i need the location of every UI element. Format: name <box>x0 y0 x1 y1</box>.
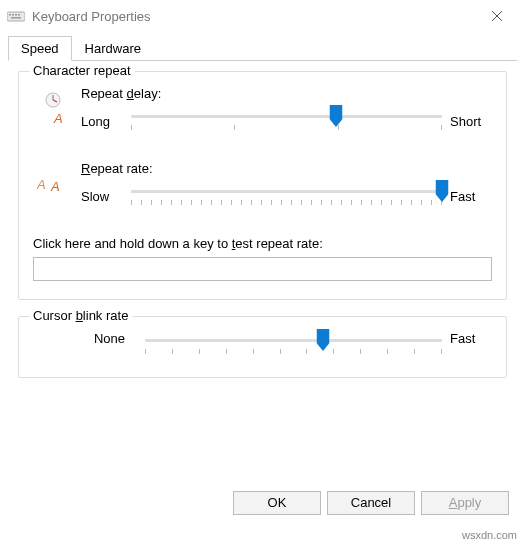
repeat-rate-max-label: Fast <box>444 189 492 204</box>
tab-panel-speed: Character repeat A Repeat delay: <box>8 61 517 378</box>
test-repeat-label: Click here and hold down a key to test r… <box>33 236 492 251</box>
dialog-buttons: OK Cancel Apply <box>0 491 525 515</box>
repeat-delay-min-label: Long <box>81 114 129 129</box>
test-repeat-row: Click here and hold down a key to test r… <box>33 236 492 281</box>
repeat-rate-min-label: Slow <box>81 189 129 204</box>
svg-text:A: A <box>37 177 46 192</box>
character-repeat-legend: Character repeat <box>29 63 135 78</box>
cursor-blink-thumb[interactable] <box>317 329 330 351</box>
repeat-delay-icon: A <box>33 86 81 126</box>
repeat-delay-thumb[interactable] <box>330 105 343 127</box>
cursor-blink-group: Cursor blink rate None Fast <box>18 316 507 378</box>
svg-rect-3 <box>15 14 17 16</box>
ok-button[interactable]: OK <box>233 491 321 515</box>
test-repeat-input[interactable] <box>33 257 492 281</box>
repeat-delay-row: A Repeat delay: Long <box>33 86 492 135</box>
repeat-rate-thumb[interactable] <box>436 180 449 202</box>
tab-speed[interactable]: Speed <box>8 36 72 61</box>
watermark: wsxdn.com <box>462 529 517 541</box>
cursor-blink-max-label: Fast <box>444 331 492 346</box>
cursor-blink-legend: Cursor blink rate <box>29 308 132 323</box>
repeat-rate-row: A A Repeat rate: Slow <box>33 161 492 210</box>
title-bar: Keyboard Properties <box>0 0 525 32</box>
apply-button[interactable]: Apply <box>421 491 509 515</box>
svg-rect-4 <box>18 14 20 16</box>
window-title: Keyboard Properties <box>32 9 475 24</box>
svg-rect-0 <box>7 12 25 21</box>
repeat-rate-icon: A A <box>33 161 81 195</box>
close-button[interactable] <box>475 2 519 30</box>
cursor-blink-slider[interactable] <box>145 331 442 359</box>
repeat-rate-label: Repeat rate: <box>81 161 492 176</box>
svg-rect-2 <box>12 14 14 16</box>
repeat-delay-max-label: Short <box>444 114 492 129</box>
cancel-button[interactable]: Cancel <box>327 491 415 515</box>
repeat-rate-slider[interactable] <box>131 182 442 210</box>
character-repeat-group: Character repeat A Repeat delay: <box>18 71 507 300</box>
tabs: Speed Hardware Character repeat A <box>0 32 525 378</box>
keyboard-icon <box>6 8 26 24</box>
svg-text:A: A <box>50 179 60 194</box>
repeat-delay-label: Repeat delay: <box>81 86 492 101</box>
svg-rect-5 <box>11 17 21 19</box>
cursor-blink-min-label: None <box>33 331 143 346</box>
svg-text:A: A <box>53 111 63 126</box>
tab-hardware[interactable]: Hardware <box>72 36 154 61</box>
svg-rect-1 <box>9 14 11 16</box>
repeat-delay-slider[interactable] <box>131 107 442 135</box>
